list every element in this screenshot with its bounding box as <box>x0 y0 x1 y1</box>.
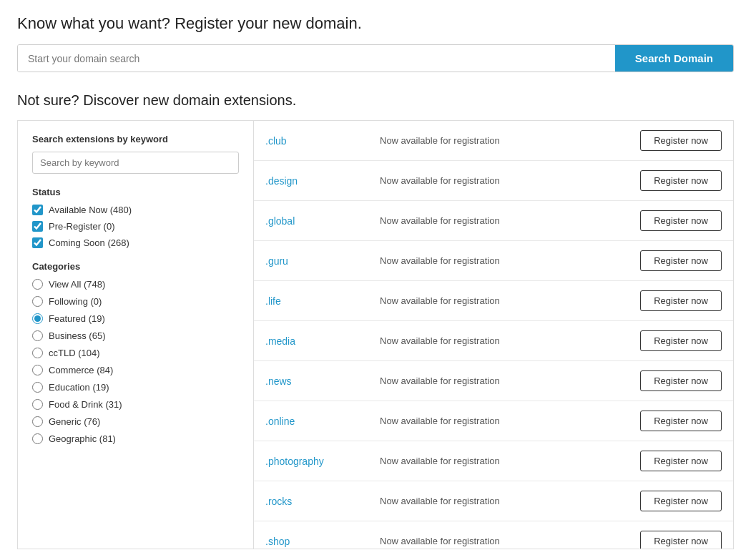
sidebar: Search extensions by keyword Status Avai… <box>18 121 254 549</box>
extension-name-link[interactable]: .global <box>265 215 380 227</box>
extension-row: .onlineNow available for registrationReg… <box>254 401 733 441</box>
extension-row: .globalNow available for registrationReg… <box>254 201 733 241</box>
register-now-button[interactable]: Register now <box>640 170 722 191</box>
extension-name-link[interactable]: .life <box>265 295 380 307</box>
category-radio-2[interactable] <box>32 313 43 324</box>
register-now-button[interactable]: Register now <box>640 210 722 231</box>
register-now-button[interactable]: Register now <box>640 250 722 271</box>
category-radio-5[interactable] <box>32 365 43 375</box>
categories-list: View All (748)Following (0)Featured (19)… <box>32 279 239 451</box>
extension-row: .photographyNow available for registrati… <box>254 441 733 481</box>
status-checkbox-2[interactable] <box>32 237 43 248</box>
category-radio-6[interactable] <box>32 382 43 393</box>
category-radio-9[interactable] <box>32 433 43 444</box>
register-now-button[interactable]: Register now <box>640 330 722 351</box>
extension-status: Now available for registration <box>380 375 640 386</box>
register-now-button[interactable]: Register now <box>640 531 722 549</box>
domain-search-bar: Search Domain <box>17 44 734 72</box>
category-radio-label-6: Education (19) <box>49 382 109 393</box>
category-radio-label-1: Following (0) <box>49 296 102 307</box>
status-checkbox-1[interactable] <box>32 221 43 232</box>
register-now-button[interactable]: Register now <box>640 491 722 511</box>
category-radio-item[interactable]: Featured (19) <box>32 313 236 324</box>
status-section-title: Status <box>32 187 239 197</box>
status-checkbox-label-2: Coming Soon (268) <box>49 237 129 248</box>
category-radio-item[interactable]: Food & Drink (31) <box>32 399 236 410</box>
extension-status: Now available for registration <box>380 496 640 506</box>
status-checkbox-item: Coming Soon (268) <box>32 237 239 248</box>
category-radio-label-9: Geographic (81) <box>49 433 116 444</box>
extension-name-link[interactable]: .media <box>265 335 380 347</box>
category-radio-item[interactable]: ccTLD (104) <box>32 348 236 358</box>
category-radio-label-2: Featured (19) <box>49 313 105 324</box>
category-radio-label-3: Business (65) <box>49 330 105 341</box>
status-checkbox-label-0: Available Now (480) <box>49 205 132 215</box>
register-now-button[interactable]: Register now <box>640 451 722 471</box>
status-checkbox-label-1: Pre-Register (0) <box>49 221 114 232</box>
extension-row: .lifeNow available for registrationRegis… <box>254 281 733 321</box>
extension-name-link[interactable]: .guru <box>265 255 380 267</box>
extension-status: Now available for registration <box>380 215 640 226</box>
extension-row: .shopNow available for registrationRegis… <box>254 521 733 549</box>
category-radio-8[interactable] <box>32 416 43 427</box>
category-radio-1[interactable] <box>32 296 43 307</box>
category-radio-0[interactable] <box>32 279 43 290</box>
extension-row: .newsNow available for registrationRegis… <box>254 361 733 401</box>
extension-status: Now available for registration <box>380 175 640 186</box>
register-now-button[interactable]: Register now <box>640 370 722 391</box>
keyword-search-input[interactable] <box>32 152 239 174</box>
extension-name-link[interactable]: .online <box>265 416 380 427</box>
category-radio-item[interactable]: Business (65) <box>32 330 236 341</box>
register-now-button[interactable]: Register now <box>640 130 722 151</box>
extension-status: Now available for registration <box>380 335 640 346</box>
category-radio-label-5: Commerce (84) <box>49 365 113 375</box>
extension-row: .guruNow available for registrationRegis… <box>254 241 733 281</box>
category-radio-7[interactable] <box>32 399 43 410</box>
extension-row: .clubNow available for registrationRegis… <box>254 121 733 161</box>
search-domain-button[interactable]: Search Domain <box>615 45 733 72</box>
status-checkbox-item: Pre-Register (0) <box>32 221 239 232</box>
extension-name-link[interactable]: .club <box>265 135 380 147</box>
category-radio-label-7: Food & Drink (31) <box>49 399 122 410</box>
domain-search-input[interactable] <box>18 45 615 72</box>
status-checkbox-0[interactable] <box>32 205 43 215</box>
categories-section-title: Categories <box>32 261 239 272</box>
status-checkbox-item: Available Now (480) <box>32 205 239 215</box>
category-radio-item[interactable]: Education (19) <box>32 382 236 393</box>
category-radio-3[interactable] <box>32 330 43 341</box>
extensions-layout: Search extensions by keyword Status Avai… <box>17 120 734 549</box>
extension-name-link[interactable]: .design <box>265 175 380 187</box>
category-radio-label-8: Generic (76) <box>49 416 100 427</box>
extension-name-link[interactable]: .shop <box>265 536 380 547</box>
category-radio-item[interactable]: Geographic (81) <box>32 433 236 444</box>
extension-row: .designNow available for registrationReg… <box>254 161 733 201</box>
main-title: Know what you want? Register your new do… <box>17 14 734 33</box>
status-list: Available Now (480)Pre-Register (0)Comin… <box>32 205 239 248</box>
extension-status: Now available for registration <box>380 416 640 426</box>
category-radio-4[interactable] <box>32 348 43 358</box>
category-radio-item[interactable]: Commerce (84) <box>32 365 236 375</box>
extensions-list[interactable]: .clubNow available for registrationRegis… <box>254 121 733 549</box>
extension-name-link[interactable]: .news <box>265 375 380 387</box>
category-radio-item[interactable]: Following (0) <box>32 296 236 307</box>
extension-status: Now available for registration <box>380 135 640 146</box>
extension-name-link[interactable]: .rocks <box>265 496 380 507</box>
keyword-section-title: Search extensions by keyword <box>32 134 239 144</box>
category-radio-item[interactable]: View All (748) <box>32 279 236 290</box>
page-wrapper: Know what you want? Register your new do… <box>0 0 751 560</box>
discovery-section-title: Not sure? Discover new domain extensions… <box>17 92 734 109</box>
category-radio-item[interactable]: Generic (76) <box>32 416 236 427</box>
extension-status: Now available for registration <box>380 255 640 266</box>
register-now-button[interactable]: Register now <box>640 290 722 311</box>
extension-row: .rocksNow available for registrationRegi… <box>254 481 733 521</box>
extensions-main: .clubNow available for registrationRegis… <box>254 121 733 549</box>
register-now-button[interactable]: Register now <box>640 411 722 431</box>
category-radio-label-4: ccTLD (104) <box>49 348 100 358</box>
extension-status: Now available for registration <box>380 295 640 306</box>
extension-status: Now available for registration <box>380 536 640 546</box>
extension-row: .mediaNow available for registrationRegi… <box>254 321 733 361</box>
category-radio-label-0: View All (748) <box>49 279 105 290</box>
extension-status: Now available for registration <box>380 456 640 466</box>
extension-name-link[interactable]: .photography <box>265 456 380 467</box>
